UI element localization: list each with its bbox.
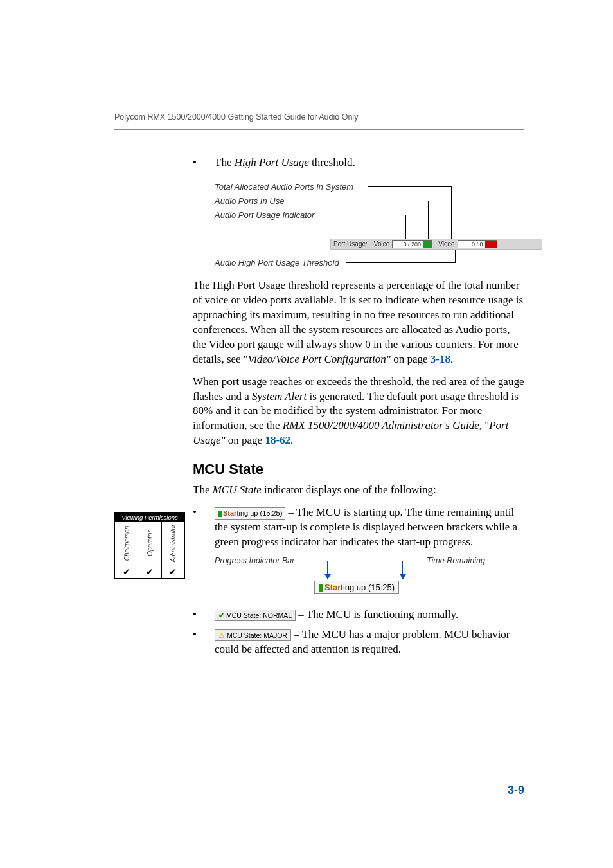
bullet-dot: • [193,156,215,170]
perm-check: ✔ [162,565,184,578]
warning-icon: ⚠ [218,631,225,639]
label-time-remaining: Time Remaining [427,556,485,565]
badge-text: MCU State: MAJOR [227,631,287,639]
text: The High Port Usage threshold represents… [193,279,523,365]
bullet-dot: • [193,608,215,622]
text: – The MCU is functioning normally. [296,608,458,620]
leader-line [428,201,429,239]
page-number: 3-9 [508,784,524,797]
text-italic: Video/Voice Port Configuration" [248,353,391,365]
perm-table-checks: ✔ ✔ ✔ [115,565,184,578]
text: ting up (15:25) [341,583,395,592]
text-italic: MCU State [213,484,262,496]
text-italic: High Port Usage [235,156,309,168]
text: . [290,434,293,446]
text-italic: RMX 1500/2000/4000 Administrator's Guide [283,419,479,431]
bullet-body: ⚠MCU State: MAJOR – The MCU has a major … [215,628,524,657]
text: . [450,353,453,365]
text: indicator displays one of the following: [262,484,436,496]
bullet-text: The High Port Usage threshold. [215,156,355,170]
xref-link[interactable]: 3-18 [431,353,450,365]
label-high-threshold: Audio High Port Usage Threshold [215,258,339,267]
text: The [215,156,235,168]
perm-table-head: Viewing Permissions [115,512,184,522]
port-usage-bar: Port Usage: Voice 0 / 200 Video 0 / 0 [330,239,542,250]
col-label: Chairperson [123,526,130,561]
col-label: Operator [146,530,153,556]
leader-line [402,561,424,561]
perm-check: ✔ [138,565,161,578]
xref-link[interactable]: 18-62 [265,434,290,446]
bullet-dot: • [193,628,215,657]
head-rule [114,129,524,130]
paragraph-threshold-desc: When port usage reaches or exceeds the t… [193,375,524,449]
video-gauge-value: 0 / 0 [472,241,483,248]
video-gauge: 0 / 0 [458,240,497,248]
starting-up-badge: Starting up (15:25) [215,507,285,520]
progress-swatch-icon [218,511,222,517]
text-bold: Star [324,583,341,592]
text: threshold. [309,156,355,168]
leader-line [405,215,406,239]
col-label: Administrator [170,525,177,563]
voice-gauge: 0 / 200 [392,240,432,248]
port-usage-diagram: Total Allocated Audio Ports In System Au… [215,182,524,278]
state-normal-badge: ✔MCU State: NORMAL [215,610,296,621]
bullet-normal: • ✔MCU State: NORMAL – The MCU is functi… [193,608,524,622]
bullet-high-port-usage: • The High Port Usage threshold. [193,156,524,170]
state-major-badge: ⚠MCU State: MAJOR [215,629,291,641]
text: on page [226,434,265,446]
leader-line [368,186,451,187]
startup-diagram: Progress Indicator Bar Time Remaining St… [215,556,524,599]
bullet-body: ✔MCU State: NORMAL – The MCU is function… [215,608,524,622]
leader-line [325,215,405,215]
text: , " [479,419,489,431]
label-ports-in-use: Audio Ports In Use [215,196,284,206]
paragraph-hpu-desc: The High Port Usage threshold represents… [193,278,524,367]
label-progress-indicator: Progress Indicator Bar [215,556,294,565]
check-icon: ✔ [218,611,224,619]
label-total-allocated: Total Allocated Audio Ports In System [215,182,353,192]
arrow-icon [402,561,403,579]
running-head: Polycom RMX 1500/2000/4000 Getting Start… [114,113,358,122]
heading-mcu-state: MCU State [193,461,524,478]
perm-col-chairperson: Chairperson [115,522,138,565]
leader-line [455,250,456,263]
perm-col-operator: Operator [138,522,161,565]
perm-table-cols: Chairperson Operator Administrator [115,522,184,565]
label-usage-indicator: Audio Port Usage Indicator [215,210,314,220]
voice-gauge-fill [423,241,431,248]
leader-line [451,186,452,239]
bullet-body: Starting up (15:25) – The MCU is startin… [215,505,524,550]
text: The [193,484,213,496]
port-usage-label: Port Usage: [331,240,368,248]
viewing-permissions-table: Viewing Permissions Chairperson Operator… [114,512,185,579]
video-label: Video [432,240,454,248]
voice-gauge-value: 0 / 200 [404,241,422,248]
leader-line [293,201,428,201]
bullet-starting-up: • Starting up (15:25) – The MCU is start… [193,505,524,550]
progress-swatch-icon [319,584,323,592]
arrow-icon [327,561,328,579]
starting-up-badge-large: Starting up (15:25) [314,581,399,594]
text-italic: System Alert [252,390,306,402]
content-column: • The High Port Usage threshold. Total A… [193,156,524,662]
voice-label: Voice [368,240,389,248]
badge-text: MCU State: NORMAL [226,611,292,619]
perm-check: ✔ [115,565,138,578]
bullet-dot: • [193,505,215,550]
text: on page [391,353,431,365]
leader-line [298,561,327,561]
bullet-major: • ⚠MCU State: MAJOR – The MCU has a majo… [193,628,524,657]
mcu-intro: The MCU State indicator displays one of … [193,483,524,498]
leader-line [346,262,455,263]
video-gauge-fill [485,241,497,248]
perm-col-administrator: Administrator [162,522,184,565]
